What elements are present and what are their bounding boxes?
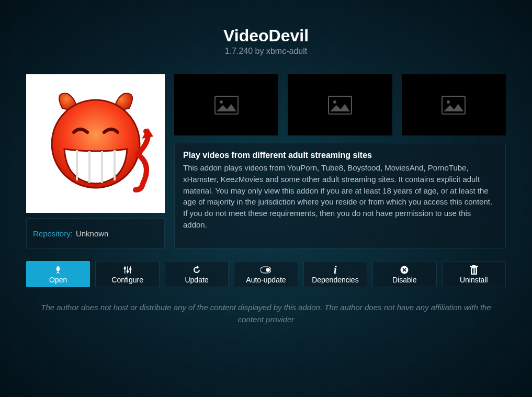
disable-button[interactable]: Disable [372,261,436,287]
refresh-icon [191,265,202,275]
header: VideoDevil 1.7.240 by xbmc-adult [26,26,506,56]
description-title: Play videos from different adult streami… [183,151,497,160]
disclaimer-text: The author does not host or distribute a… [26,302,506,325]
trash-icon [469,265,479,275]
dependencies-label: Dependencies [312,276,359,284]
svg-rect-24 [473,268,474,274]
toggle-on-icon [261,265,271,275]
configure-label: Configure [111,276,143,284]
configure-button[interactable]: Configure [95,261,159,287]
close-circle-icon [399,265,410,275]
svg-point-8 [333,100,336,104]
addon-title: VideoDevil [26,26,506,46]
svg-rect-25 [475,268,476,274]
svg-rect-22 [472,265,476,266]
addon-icon [26,74,165,213]
addon-subtitle: 1.7.240 by xbmc-adult [26,47,506,56]
update-label: Update [185,276,208,284]
rocket-icon [53,265,63,275]
uninstall-button[interactable]: Uninstall [442,261,506,287]
auto-update-button[interactable]: Auto-update [234,261,298,287]
disable-label: Disable [392,276,417,284]
repository-label: Repository: [33,229,73,238]
auto-update-label: Auto-update [246,276,286,284]
screenshot-thumb[interactable] [402,74,506,135]
svg-rect-23 [472,268,473,274]
svg-point-18 [266,268,270,272]
svg-point-10 [447,100,450,104]
repository-box: Repository: Unknown [26,218,165,248]
uninstall-label: Uninstall [460,276,488,284]
svg-point-15 [127,270,128,272]
image-placeholder-icon [328,96,352,115]
description-body: This addon plays videos from YouPorn, Tu… [183,162,497,231]
svg-point-14 [124,267,126,269]
svg-point-6 [220,100,223,104]
description-box: Play videos from different adult streami… [174,143,506,248]
open-label: Open [49,276,67,284]
screenshot-thumb[interactable] [174,74,278,135]
info-icon: i [330,265,341,275]
repository-value: Unknown [76,229,109,238]
dependencies-button[interactable]: i Dependencies [303,261,367,287]
svg-point-16 [129,268,131,270]
image-placeholder-icon [214,96,239,115]
image-placeholder-icon [442,96,466,115]
open-button[interactable]: Open [26,261,90,287]
screenshot-thumb[interactable] [288,74,392,135]
sliders-icon [122,265,133,275]
update-button[interactable]: Update [165,261,229,287]
